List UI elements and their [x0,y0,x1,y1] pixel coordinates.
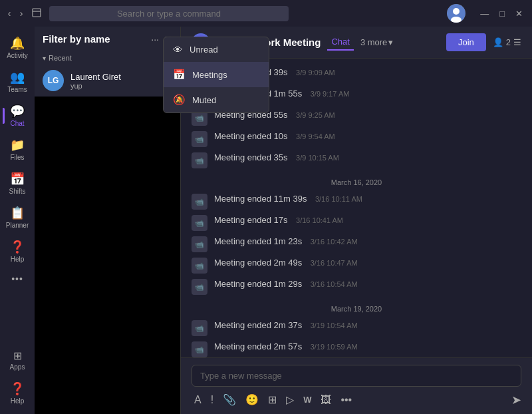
table-row: 📹 Meeting ended 2m 57s 3/19 10:59 AM [192,338,521,357]
msg-text: Meeting ended 10s [214,131,288,141]
forward-button[interactable]: › [17,9,25,17]
msg-time: 3/9 9:25 AM [296,111,335,119]
table-row: 📹 Meeting ended 1m 23s 3/16 10:42 AM [192,233,521,254]
help-icon: ❓ [10,240,25,254]
sidebar-item-files[interactable]: 📁 Files [3,134,32,165]
shifts-icon: 📅 [10,172,25,186]
apps-icon: ⊞ [13,349,22,362]
video-call-icon: 📹 [192,131,207,147]
dropdown-item-unread[interactable]: 👁 Unread [164,37,269,62]
unread-icon: 👁 [173,44,183,55]
dropdown-item-muted[interactable]: 🔕 Muted [164,87,269,112]
table-row: 📹 Meeting ended 2m 37s 3/19 10:54 AM [192,317,521,338]
date-separator: March 19, 2020 [192,297,521,317]
image-button[interactable]: 🖼 [318,393,334,407]
msg-text: Meeting ended 17s [214,215,288,225]
more-toolbar-button[interactable]: ••• [338,393,354,407]
main-layout: 🔔 Activity 👥 Teams 💬 Chat 📁 Files 📅 Shif… [0,27,532,414]
files-icon: 📁 [10,138,25,152]
sidebar-label-help-bottom: Help [11,397,25,405]
chevron-down-icon: ▾ [388,37,393,47]
list-item[interactable]: LG Laurent Giret yup [35,65,180,97]
minimize-button[interactable]: — [476,7,493,20]
edit-icon[interactable] [31,7,44,20]
sidebar-label-chat: Chat [10,120,24,127]
tab-chat[interactable]: Chat [327,34,353,51]
table-row: 📹 Meeting ended 35s 3/9 10:15 AM [192,149,521,170]
video-call-icon: 📹 [192,194,207,210]
sidebar-label-activity: Activity [7,52,28,59]
dropdown-label-muted: Muted [192,95,216,105]
sidebar-item-activity[interactable]: 🔔 Activity [3,32,32,63]
important-button[interactable]: ! [208,393,216,407]
video-call-icon: 📹 [192,152,207,168]
more-options-icon[interactable]: ··· [151,34,159,45]
apps-toolbar-button[interactable]: ⊞ [265,392,279,407]
msg-time: 3/9 10:15 AM [296,154,339,162]
contact-status: yup [70,82,121,90]
video-call-icon: 📹 [192,236,207,252]
sidebar-item-chat[interactable]: 💬 Chat [3,100,32,131]
format-text-button[interactable]: A [192,393,204,407]
left-panel: Filter by name ··· ✕ ▾ Recent LG Laurent… [35,27,181,414]
participants-button[interactable]: 👤 2 ☰ [493,37,521,47]
dropdown-item-meetings[interactable]: 📅 Meetings [164,62,269,87]
msg-text: Meeting ended 2m 49s [214,258,302,268]
msg-time: 3/16 10:42 AM [311,238,358,246]
left-panel-title: Filter by name [43,33,146,45]
sidebar-item-more[interactable]: ••• [3,270,32,288]
emoji-button[interactable]: 🙂 [243,392,261,407]
sidebar-item-planner[interactable]: 📋 Planner [3,202,32,233]
msg-time: 3/19 10:54 AM [311,321,358,329]
msg-text: Meeting ended 2m 37s [214,320,302,330]
sidebar-label-planner: Planner [6,222,29,229]
chat-icon: 💬 [10,104,25,118]
praise-button[interactable]: W [301,393,314,406]
filter-dropdown: 👁 Unread 📅 Meetings 🔕 Muted [163,37,269,113]
join-button[interactable]: Join [446,33,486,51]
meetings-icon: 📅 [173,69,186,81]
sidebar-item-teams[interactable]: 👥 Teams [3,66,32,97]
avatar: LG [43,70,64,91]
msg-time: 3/9 9:54 AM [296,132,335,140]
sidebar-item-help-bottom[interactable]: ❓ Help [3,377,32,409]
schedule-button[interactable]: ▷ [283,392,297,407]
msg-text: Meeting ended 35s [214,152,288,162]
maximize-button[interactable]: □ [495,7,509,20]
sidebar-label-teams: Teams [7,86,27,93]
video-call-icon: 📹 [192,215,207,231]
chat-toolbar: A ! 📎 🙂 ⊞ ▷ W 🖼 ••• ➤ [192,392,521,407]
table-row: 📹 Meeting ended 2m 49s 3/16 10:47 AM [192,254,521,276]
video-call-icon: 📹 [192,341,207,357]
more-icon: ••• [11,274,23,284]
sidebar-item-shifts[interactable]: 📅 Shifts [3,168,32,199]
activity-icon: 🔔 [10,36,25,51]
sidebar-label-help: Help [11,256,25,263]
msg-time: 3/16 10:41 AM [296,216,343,224]
attach-button[interactable]: 📎 [220,392,239,407]
more-tabs-button[interactable]: 3 more ▾ [360,37,393,47]
sidebar-item-apps[interactable]: ⊞ Apps [3,345,32,375]
msg-time: 3/9 9:17 AM [311,90,350,98]
participants-icon: 👤 [493,37,503,47]
video-call-icon: 📹 [192,279,207,295]
video-call-icon: 📹 [192,258,207,274]
back-button[interactable]: ‹ [5,9,13,17]
recent-arrow-icon: ▾ [43,55,46,62]
sidebar-label-files: Files [10,154,24,161]
left-panel-header: Filter by name ··· ✕ [35,27,180,51]
table-row: 📹 Meeting ended 1m 29s 3/16 10:54 AM [192,276,521,297]
table-row: 📹 Meeting ended 11m 39s 3/16 10:11 AM [192,190,521,212]
video-call-icon: 📹 [192,320,207,336]
msg-text: Meeting ended 1m 23s [214,236,302,246]
send-button[interactable]: ➤ [511,393,521,407]
msg-time: 3/19 10:59 AM [311,343,358,351]
table-row: 📹 Meeting ended 17s 3/16 10:41 AM [192,212,521,233]
msg-text: Meeting ended 11m 39s [214,194,307,204]
muted-icon: 🔕 [173,94,186,106]
sidebar-item-help[interactable]: ❓ Help [3,236,32,267]
search-input[interactable] [49,6,289,21]
close-button[interactable]: ✕ [511,7,527,20]
user-avatar[interactable] [447,4,466,23]
message-input-placeholder: Type a new message [192,365,521,387]
